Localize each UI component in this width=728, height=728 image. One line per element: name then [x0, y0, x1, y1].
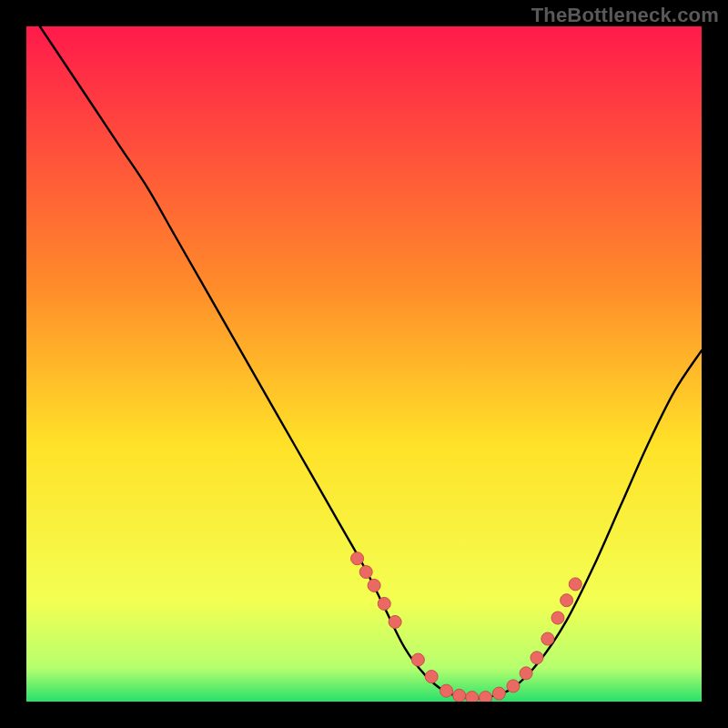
highlight-dot: [359, 566, 372, 579]
highlight-dot: [492, 687, 505, 700]
plot-svg: [26, 26, 702, 702]
highlight-dot: [541, 632, 554, 645]
highlight-dot: [531, 652, 543, 664]
highlight-dot: [507, 680, 520, 693]
highlight-dot: [368, 579, 380, 592]
highlight-dot: [351, 552, 364, 565]
highlight-dot: [425, 671, 438, 683]
highlight-dot: [453, 689, 466, 702]
highlight-dot: [569, 578, 581, 591]
highlight-dot: [440, 684, 453, 697]
watermark-text: TheBottleneck.com: [531, 4, 719, 27]
highlight-dot: [378, 597, 390, 610]
highlight-dot: [551, 612, 564, 624]
highlight-dot: [411, 653, 424, 666]
highlight-dot: [520, 667, 532, 680]
plot-area: [26, 26, 702, 702]
highlight-dot: [561, 594, 573, 607]
chart-stage: TheBottleneck.com: [0, 0, 728, 728]
highlight-dot: [480, 692, 492, 702]
highlight-dot: [466, 692, 479, 702]
gradient-background: [26, 26, 702, 702]
highlight-dot: [389, 615, 401, 628]
